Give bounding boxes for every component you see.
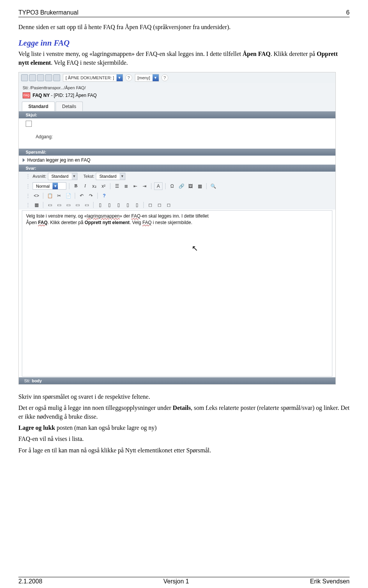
source-button[interactable]: <> <box>33 192 40 199</box>
insert-col-before-button[interactable]: ▯ <box>105 201 113 208</box>
link-button[interactable]: 🔗 <box>177 183 185 190</box>
insert-row-below-button[interactable]: ▭ <box>64 201 72 208</box>
rte-editor[interactable]: Velg liste i venstre meny, og «lagringsm… <box>22 210 332 377</box>
cut-button[interactable]: ✂ <box>55 192 63 199</box>
save-close-icon[interactable] <box>37 74 44 81</box>
redo-button[interactable]: ↷ <box>87 192 95 199</box>
faq-icon: FAQ <box>23 92 30 98</box>
rte-statusbar: Sti:body <box>19 377 335 384</box>
help-icon[interactable]: ? <box>125 74 132 81</box>
block-format-select[interactable]: Normal▼ <box>33 182 66 190</box>
help-button[interactable]: ? <box>100 192 108 199</box>
tab-standard[interactable]: Standard <box>22 102 55 111</box>
cell-props-button[interactable]: ◻ <box>146 201 154 208</box>
ordered-list-button[interactable]: ☰ <box>113 183 121 190</box>
paragraph-1: Velg liste i venstre meny, og «lagringsm… <box>18 49 350 67</box>
paragraph-select[interactable]: Standard▼ <box>48 173 77 180</box>
rte-toolbar: ⋮ Avsnitt: Standard▼ Tekst: Standard▼ ⋮ … <box>19 172 335 210</box>
chevron-down-icon: ▼ <box>53 183 58 189</box>
tabs: Standard Details <box>19 102 335 111</box>
open-docs-dropdown[interactable]: [ ÅPNE DOKUMENTER: ] ▼ <box>63 74 123 82</box>
merge-cells-button[interactable]: ◻ <box>156 201 163 208</box>
insert-row-above-button[interactable]: ▭ <box>55 201 63 208</box>
doc-toolbar: [ ÅPNE DOKUMENTER: ] ▼ ? [meny] ▼ ? <box>19 72 335 83</box>
insert-col-after-button[interactable]: ▯ <box>115 201 122 208</box>
grip-icon: ⋮ <box>26 193 30 198</box>
image-button[interactable]: 🖼 <box>187 183 194 190</box>
paste-button[interactable]: 📄 <box>64 192 72 199</box>
tab-details[interactable]: Details <box>56 102 83 111</box>
chevron-down-icon: ▼ <box>153 74 159 81</box>
special-char-button[interactable]: Ω <box>168 183 176 190</box>
hide-checkbox[interactable] <box>26 121 32 127</box>
outdent-button[interactable]: ⇤ <box>131 183 139 190</box>
section-svar: Svar: <box>19 165 335 172</box>
copy-button[interactable]: 📋 <box>46 192 54 199</box>
bold-button[interactable]: B <box>72 183 80 190</box>
superscript-button[interactable]: x² <box>100 183 107 190</box>
find-button[interactable]: 🔍 <box>209 183 217 190</box>
chevron-down-icon: ▼ <box>117 74 123 81</box>
intro-text: Denne siden er satt opp til å hente FAQ … <box>18 23 350 31</box>
after-p2: Det er også mulig å legge inn noen tille… <box>18 403 350 421</box>
grip-icon: ⋮ <box>26 174 30 179</box>
save-new-icon[interactable] <box>45 74 52 81</box>
after-p3: Lagre og lukk posten (man kan også bruke… <box>18 423 350 432</box>
indent-button[interactable]: ⇥ <box>141 183 148 190</box>
split-col-button[interactable]: ▯ <box>133 201 141 208</box>
breadcrumb-path: Sti: /Pasienttranspor.../Åpen FAQ/ <box>19 83 335 92</box>
grip-icon: ⋮ <box>26 202 30 208</box>
save-icon[interactable] <box>21 74 28 81</box>
after-p5: For å lage en til kan man nå også klikke… <box>18 446 350 455</box>
chevron-down-icon: ▼ <box>120 173 125 180</box>
subscript-button[interactable]: x₂ <box>90 183 98 190</box>
italic-button[interactable]: I <box>81 183 89 190</box>
split-row-button[interactable]: ▭ <box>83 201 90 208</box>
chevron-down-icon: ▼ <box>72 173 77 180</box>
page-header: TYPO3 Brukermanual 6 <box>18 9 350 17</box>
adgang-label: Adgang: <box>19 132 335 140</box>
split-cell-button[interactable]: ◻ <box>165 201 172 208</box>
question-field[interactable]: Hvordan legger jeg inn en FAQ <box>19 156 335 165</box>
save-view-icon[interactable] <box>29 74 36 81</box>
after-p4: FAQ-en vil nå vises i lista. <box>18 434 350 443</box>
header-right: 6 <box>346 9 350 16</box>
header-left: TYPO3 Brukermanual <box>18 9 79 16</box>
close-icon[interactable] <box>53 74 60 81</box>
record-title: FAQ FAQ NY - [PID: 172] Åpen FAQ <box>19 92 335 102</box>
row-props-button[interactable]: ▭ <box>46 201 54 208</box>
after-p1: Skriv inn spørsmålet og svaret i de resp… <box>18 392 350 401</box>
cursor-icon: ↖ <box>192 243 198 254</box>
section-sporsmal: Spørsmål: <box>19 149 335 156</box>
section-heading: Legge inn FAQ <box>18 38 350 48</box>
meny-dropdown[interactable]: [meny] ▼ <box>135 74 159 82</box>
unordered-list-button[interactable]: ≣ <box>122 183 130 190</box>
undo-button[interactable]: ↶ <box>78 192 85 199</box>
question-text: Hvordan legger jeg inn en FAQ <box>27 157 90 163</box>
font-color-button[interactable]: A <box>154 182 163 190</box>
typo3-screenshot: [ ÅPNE DOKUMENTER: ] ▼ ? [meny] ▼ ? Sti:… <box>18 72 336 385</box>
section-skjul: Skjul: <box>19 111 335 118</box>
delete-col-button[interactable]: ▯ <box>124 201 131 208</box>
table-button[interactable]: ▦ <box>196 183 204 190</box>
col-props-button[interactable]: ▯ <box>96 201 104 208</box>
help-icon[interactable]: ? <box>161 74 168 81</box>
table-props-button[interactable]: ▦ <box>33 201 40 208</box>
grip-icon: ⋮ <box>26 183 30 189</box>
text-style-select[interactable]: Standard▼ <box>96 173 125 180</box>
delete-row-button[interactable]: ▭ <box>74 201 81 208</box>
triangle-icon <box>23 158 25 162</box>
